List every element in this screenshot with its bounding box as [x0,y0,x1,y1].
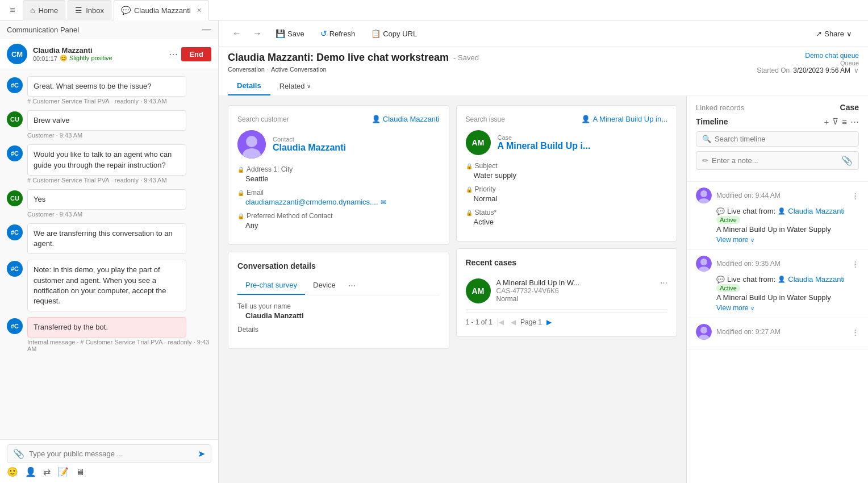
timeline-item-1-menu[interactable]: ⋮ [852,191,859,200]
svg-point-1 [246,136,257,147]
share-button[interactable]: ↗ Share ∨ [809,26,859,41]
view-more-1[interactable]: View more ∨ [716,236,859,244]
recent-case-more-icon[interactable]: ⋯ [660,278,667,287]
timeline-title: Timeline [696,117,728,126]
preferred-contact-field: 🔒 Preferred Method of Contact Any [237,212,440,230]
case-search-link[interactable]: 👤 A Mineral Build Up in... [581,115,667,123]
share-dropdown-icon: ∨ [846,30,852,38]
customer-name-link: Claudia Mazzanti [383,115,440,123]
timeline-item-2-menu[interactable]: ⋮ [852,260,859,268]
expand-icon[interactable]: ∨ [854,66,859,74]
refresh-button[interactable]: ↺ Refresh [314,26,362,41]
timeline-search-input[interactable] [715,135,853,143]
customer-search-link[interactable]: 👤 Claudia Mazzanti [372,115,440,123]
queue-label[interactable]: Demo chat queue [757,52,859,60]
emoji-icon[interactable]: 🙂 [7,467,18,477]
details-field: Details [237,326,440,334]
preferred-contact-label: 🔒 Preferred Method of Contact [237,212,440,220]
lock-icon: 🔒 [466,186,473,193]
timeline-item-3-menu[interactable]: ⋮ [852,328,859,336]
chat-input[interactable] [29,449,193,458]
send-button[interactable]: ➤ [198,448,205,459]
email-field: 🔒 Email claudiamazzanti@crmdemo.dynamics… [237,189,440,206]
preferred-contact-value: Any [237,221,440,230]
contact-name[interactable]: Claudia Mazzanti [273,143,346,153]
note-attach-icon[interactable]: 📎 [841,155,853,166]
agent-timer: 00:01:17 [33,55,57,62]
active-badge-1: Active [716,216,740,224]
contact-header: Contact Claudia Mazzanti [237,130,440,159]
tab-claudia-label: Claudia Mazzanti [134,6,191,15]
page-breadcrumb: Conversation · Active Conversation [228,66,479,73]
msg-text: Great. What seems to be the issue? [34,82,151,90]
right-panel-header: Linked records Case Timeline + ⊽ ≡ ⋯ � [687,96,868,182]
msg-content: We are transferring this conversation to… [27,223,211,254]
conv-tab-more[interactable]: ⋯ [344,277,360,294]
chat-input-row: 📎 ➤ [7,444,211,463]
menu-icon[interactable]: ≡ [5,2,20,18]
view-more-2[interactable]: View more ∨ [716,304,859,312]
tab-related[interactable]: Related ∨ [270,77,320,95]
filter-timeline-button[interactable]: ⊽ [832,116,838,127]
tab-claudia[interactable]: 💬 Claudia Mazzanti ✕ [114,0,209,20]
content-body: Search customer 👤 Claudia Mazzanti [219,96,868,483]
save-button[interactable]: 💾 Save [269,26,311,41]
pre-chat-tab-label: Pre-chat survey [245,281,297,289]
copy-url-button[interactable]: 📋 Copy URL [364,26,424,41]
tab-home[interactable]: ⌂ Home [23,0,65,20]
started-on-label: Started On [757,66,790,74]
email-value[interactable]: claudiamazzanti@crmdemo.dynamics.... ✉ [237,198,440,206]
case-full-name[interactable]: A Mineral Build Up i... [498,141,591,151]
recent-case-avatar: AM [466,278,491,303]
share-icon: ↗ [816,30,822,38]
recent-case-title[interactable]: A Mineral Build Up in W... [496,278,655,287]
close-tab-icon[interactable]: ✕ [197,7,202,14]
screen-share-icon[interactable]: 🖥 [76,467,85,477]
tab-inbox[interactable]: ☰ Inbox [68,0,111,20]
view-more-label-2: View more [716,304,748,312]
timeline-person-1[interactable]: Claudia Mazzanti [788,207,845,215]
attachment-icon[interactable]: 📎 [13,448,24,459]
conv-details-title: Conversation details [237,261,440,270]
add-timeline-button[interactable]: + [824,117,829,127]
person-add-icon[interactable]: 👤 [25,467,36,477]
bot-avatar: #C [7,224,23,240]
note-input[interactable] [712,156,838,165]
timeline-person-2[interactable]: Claudia Mazzanti [788,275,845,284]
page-title-section: Claudia Mazzanti: Demo live chat workstr… [228,52,479,73]
timeline-time-1: Modified on: 9:44 AM [716,191,847,199]
live-chat-icon-1: 💬 [716,207,725,215]
linked-records-row: Linked records Case [696,103,859,112]
more-options-icon[interactable]: ⋯ [169,49,178,60]
page-header: Claudia Mazzanti: Demo live chat workstr… [219,47,868,96]
list-timeline-button[interactable]: ≡ [842,117,847,127]
msg-meta: # Customer Service Trial PVA - readonly … [27,177,211,184]
next-page-nav[interactable]: ▶ [544,317,554,327]
chat-icon: 💬 [121,6,131,15]
prev-page-nav[interactable]: ◀ [508,317,518,327]
conv-tab-device[interactable]: Device [305,276,344,295]
breadcrumb-sep: · [267,66,269,73]
chat-from-2: 💬 Live chat from: 👤 Claudia Mazzanti [716,275,859,284]
forward-button[interactable]: → [248,25,266,42]
minimize-panel-icon[interactable]: — [202,25,211,34]
page-saved-label: - Saved [453,53,479,62]
msg-bubble: We are transferring this conversation to… [27,223,186,254]
notes-icon[interactable]: 📝 [57,467,69,477]
pagination: 1 - 1 of 1 |◀ ◀ Page 1 ▶ [466,317,668,327]
chat-toolbar: 🙂 👤 ⇄ 📝 🖥 [7,463,211,478]
svg-point-4 [700,190,707,197]
live-chat-label-2: Live chat from: [727,275,775,284]
back-button[interactable]: ← [228,25,246,42]
msg-sender: #C Transferred by the bot. Internal mess… [7,317,211,352]
more-timeline-button[interactable]: ⋯ [850,116,859,127]
subject-label: 🔒 Subject [466,162,668,170]
comm-panel-title: Communication Panel [7,26,79,34]
end-button[interactable]: End [181,47,211,61]
comm-panel-header: Communication Panel — [0,20,218,39]
transfer-icon[interactable]: ⇄ [43,467,51,477]
queue-sublabel-row: Queue [757,60,859,66]
conv-tab-pre-chat[interactable]: Pre-chat survey [237,276,305,295]
first-page-nav[interactable]: |◀ [495,317,506,327]
tab-details[interactable]: Details [228,77,270,95]
